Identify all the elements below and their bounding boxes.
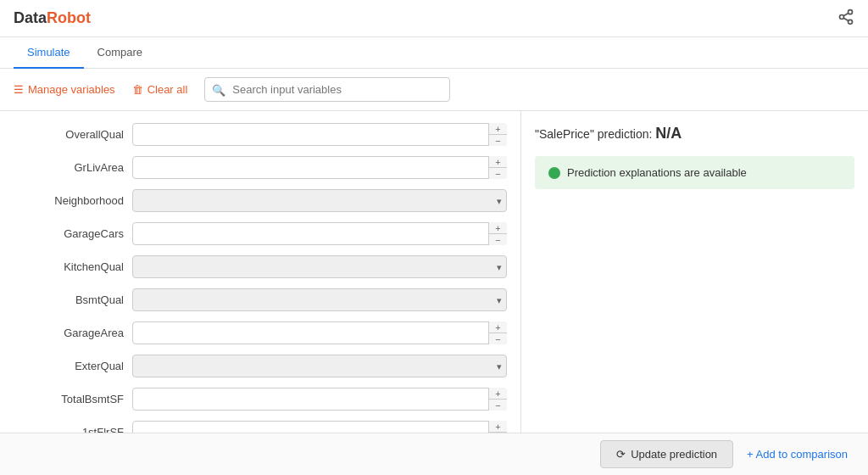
tab-compare[interactable]: Compare — [84, 37, 156, 69]
field-row: GarageCars+− — [0, 217, 520, 250]
field-input-wrap-neighborhood: ▾ — [132, 189, 507, 212]
svg-point-1 — [840, 15, 844, 20]
svg-line-4 — [843, 13, 849, 15]
field-select-exterqual[interactable] — [132, 355, 507, 377]
field-input-grlivarea[interactable] — [132, 156, 507, 179]
clear-all-button[interactable]: 🗑 Clear all — [132, 83, 188, 96]
main-content: OverallQual+−GrLivArea+−Neighborhood▾Gar… — [0, 111, 868, 475]
field-row: OverallQual+− — [0, 118, 520, 151]
prediction-banner: Prediction explanations are available — [535, 156, 854, 189]
field-input-wrap-garagecars: +− — [132, 222, 507, 245]
update-prediction-button[interactable]: ⟳ Update prediction — [600, 440, 733, 468]
field-input-wrap-exterqual: ▾ — [132, 355, 507, 377]
update-prediction-label: Update prediction — [631, 448, 717, 461]
bottom-bar: ⟳ Update prediction + Add to comparison — [0, 433, 868, 475]
spinner-down-garagecars[interactable]: − — [489, 234, 507, 245]
right-panel: "SalePrice" prediction: N/A Prediction e… — [521, 111, 868, 475]
field-input-wrap-totalbsmtsf: +− — [132, 388, 507, 411]
field-input-wrap-grlivarea: +− — [132, 156, 507, 179]
search-icon: 🔍 — [212, 83, 225, 96]
logo: Data Robot — [14, 9, 91, 27]
clear-all-label: Clear all — [147, 83, 188, 96]
svg-point-0 — [849, 10, 853, 14]
manage-variables-button[interactable]: ☰ Manage variables — [14, 83, 115, 96]
field-label-exterqual: ExterQual — [14, 360, 124, 372]
prediction-header: "SalePrice" prediction: N/A — [535, 125, 854, 142]
spinner-up-garagecars[interactable]: + — [489, 222, 507, 234]
trash-icon: 🗑 — [132, 83, 143, 96]
manage-variables-label: Manage variables — [28, 83, 115, 96]
field-select-kitchenqual[interactable] — [132, 255, 507, 278]
toolbar-left: ☰ Manage variables 🗑 Clear all — [14, 83, 187, 96]
spinner-down-overallqual[interactable]: − — [489, 135, 507, 146]
field-select-bsmtqual[interactable] — [132, 288, 507, 311]
field-input-garagecars[interactable] — [132, 222, 507, 245]
spinner-up-1stflrsf[interactable]: + — [489, 421, 507, 433]
spinner-up-garagearea[interactable]: + — [489, 321, 507, 333]
svg-point-2 — [849, 20, 853, 24]
field-input-wrap-bsmtqual: ▾ — [132, 288, 507, 311]
spinner-down-grlivarea[interactable]: − — [489, 168, 507, 179]
field-select-neighborhood[interactable] — [132, 189, 507, 212]
share-icon[interactable] — [837, 8, 854, 28]
field-label-grlivarea: GrLivArea — [14, 161, 124, 174]
field-row: Neighborhood▾ — [0, 184, 520, 217]
field-input-garagearea[interactable] — [132, 321, 507, 344]
spinner-down-totalbsmtsf[interactable]: − — [489, 400, 507, 411]
svg-line-3 — [843, 18, 849, 20]
field-row: GarageArea+− — [0, 316, 520, 349]
add-to-comparison-button[interactable]: + Add to comparison — [747, 448, 848, 461]
spinner-up-totalbsmtsf[interactable]: + — [489, 388, 507, 400]
field-input-overallqual[interactable] — [132, 123, 507, 146]
prediction-value: N/A — [655, 125, 682, 142]
field-row: ExterQual▾ — [0, 349, 520, 383]
fields-panel: OverallQual+−GrLivArea+−Neighborhood▾Gar… — [0, 111, 521, 475]
spinner-up-overallqual[interactable]: + — [489, 123, 507, 135]
field-row: BsmtQual▾ — [0, 283, 520, 316]
logo-data: Data — [14, 9, 47, 27]
field-input-wrap-kitchenqual: ▾ — [132, 255, 507, 278]
field-input-wrap-overallqual: +− — [132, 123, 507, 146]
search-box: 🔍 — [204, 77, 450, 102]
refresh-icon: ⟳ — [616, 448, 626, 461]
search-input[interactable] — [204, 77, 450, 102]
field-label-bsmtqual: BsmtQual — [14, 293, 124, 306]
prediction-label: "SalePrice" prediction: — [535, 127, 652, 141]
toolbar: ☰ Manage variables 🗑 Clear all 🔍 — [0, 69, 868, 111]
spinner-up-grlivarea[interactable]: + — [489, 156, 507, 168]
field-row: TotalBsmtSF+− — [0, 383, 520, 416]
field-row: KitchenQual▾ — [0, 250, 520, 283]
header: Data Robot — [0, 0, 868, 37]
green-check-icon — [548, 167, 560, 179]
spinner-down-garagearea[interactable]: − — [489, 333, 507, 344]
prediction-banner-text: Prediction explanations are available — [567, 166, 747, 179]
field-label-garagecars: GarageCars — [14, 227, 124, 240]
field-label-overallqual: OverallQual — [14, 128, 124, 141]
tab-simulate[interactable]: Simulate — [14, 37, 84, 69]
field-label-kitchenqual: KitchenQual — [14, 260, 124, 273]
field-row: GrLivArea+− — [0, 151, 520, 184]
list-icon: ☰ — [14, 83, 24, 96]
field-label-garagearea: GarageArea — [14, 327, 124, 339]
field-input-totalbsmtsf[interactable] — [132, 388, 507, 411]
tabs-bar: Simulate Compare — [0, 37, 868, 69]
field-label-neighborhood: Neighborhood — [14, 194, 124, 207]
field-input-wrap-garagearea: +− — [132, 321, 507, 344]
logo-robot: Robot — [47, 9, 91, 27]
field-label-totalbsmtsf: TotalBsmtSF — [14, 393, 124, 405]
